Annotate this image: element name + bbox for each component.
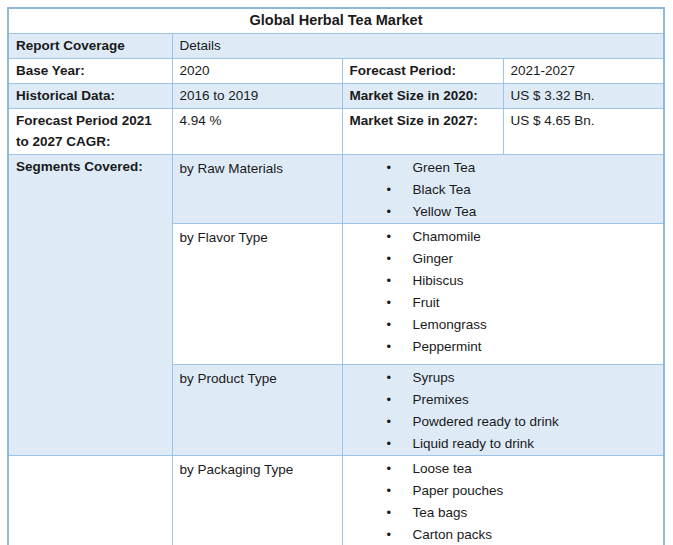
cagr-label: Forecast Period 2021 to 2027 CAGR: bbox=[8, 109, 172, 155]
bullet-icon: • bbox=[387, 480, 413, 502]
list-item-label: Green Tea bbox=[413, 157, 476, 179]
list-item: •Carton packs bbox=[343, 524, 664, 545]
list-item-label: Powdered ready to drink bbox=[413, 411, 559, 433]
empty-cell bbox=[8, 456, 172, 545]
bullet-icon: • bbox=[387, 458, 413, 480]
cagr-value: 4.94 % bbox=[172, 109, 342, 155]
historical-data-value: 2016 to 2019 bbox=[172, 84, 342, 109]
cagr-row: Forecast Period 2021 to 2027 CAGR: 4.94 … bbox=[8, 109, 664, 155]
list-item: •Fruit bbox=[343, 292, 664, 314]
list-item: •Green Tea bbox=[343, 157, 664, 179]
bullet-icon: • bbox=[387, 248, 413, 270]
segments-raw-materials-row: Segments Covered: by Raw Materials •Gree… bbox=[8, 155, 664, 224]
list-item-label: Loose tea bbox=[413, 458, 472, 480]
bullet-icon: • bbox=[387, 201, 413, 223]
list-item: •Tea bags bbox=[343, 502, 664, 524]
base-year-row: Base Year: 2020 Forecast Period: 2021-20… bbox=[8, 59, 664, 84]
base-year-label: Base Year: bbox=[8, 59, 172, 84]
list-item: •Ginger bbox=[343, 248, 664, 270]
list-item: •Liquid ready to drink bbox=[343, 433, 664, 455]
list-item-label: Chamomile bbox=[413, 226, 481, 248]
list-item: •Paper pouches bbox=[343, 480, 664, 502]
product-type-list: •Syrups •Premixes •Powdered ready to dri… bbox=[343, 367, 664, 455]
segment-group-product-type: by Product Type bbox=[172, 365, 342, 456]
segment-group-flavor-type: by Flavor Type bbox=[172, 224, 342, 365]
raw-materials-list: •Green Tea •Black Tea •Yellow Tea bbox=[343, 157, 664, 223]
bullet-icon: • bbox=[387, 433, 413, 455]
list-item-label: Yellow Tea bbox=[413, 201, 477, 223]
report-coverage-value: Details bbox=[172, 34, 664, 59]
list-item-label: Paper pouches bbox=[413, 480, 504, 502]
list-item: •Lemongrass bbox=[343, 314, 664, 336]
list-item-label: Premixes bbox=[413, 389, 469, 411]
list-item: •Chamomile bbox=[343, 226, 664, 248]
bullet-icon: • bbox=[387, 226, 413, 248]
bullet-icon: • bbox=[387, 314, 413, 336]
list-item: •Syrups bbox=[343, 367, 664, 389]
bullet-icon: • bbox=[387, 270, 413, 292]
list-item: •Yellow Tea bbox=[343, 201, 664, 223]
list-item-label: Syrups bbox=[413, 367, 455, 389]
title-row: Global Herbal Tea Market bbox=[8, 8, 664, 34]
list-item: •Hibiscus bbox=[343, 270, 664, 292]
report-coverage-label: Report Coverage bbox=[8, 34, 172, 59]
list-item: •Loose tea bbox=[343, 458, 664, 480]
historical-data-label: Historical Data: bbox=[8, 84, 172, 109]
bullet-icon: • bbox=[387, 502, 413, 524]
list-item-label: Lemongrass bbox=[413, 314, 487, 336]
bullet-icon: • bbox=[387, 411, 413, 433]
bullet-icon: • bbox=[387, 179, 413, 201]
bullet-icon: • bbox=[387, 292, 413, 314]
list-item-label: Tea bags bbox=[413, 502, 468, 524]
bullet-icon: • bbox=[387, 389, 413, 411]
list-item: •Powdered ready to drink bbox=[343, 411, 664, 433]
segments-packaging-type-row: by Packaging Type •Loose tea •Paper pouc… bbox=[8, 456, 664, 545]
packaging-type-items-cell: •Loose tea •Paper pouches •Tea bags •Car… bbox=[342, 456, 664, 545]
historical-data-row: Historical Data: 2016 to 2019 Market Siz… bbox=[8, 84, 664, 109]
packaging-type-list: •Loose tea •Paper pouches •Tea bags •Car… bbox=[343, 458, 664, 545]
market-size-2020-label: Market Size in 2020: bbox=[342, 84, 503, 109]
market-size-2027-value: US $ 4.65 Bn. bbox=[503, 109, 664, 155]
list-item-label: Fruit bbox=[413, 292, 440, 314]
page-title: Global Herbal Tea Market bbox=[8, 8, 664, 34]
base-year-value: 2020 bbox=[172, 59, 342, 84]
product-type-items-cell: •Syrups •Premixes •Powdered ready to dri… bbox=[342, 365, 664, 456]
list-item: •Peppermint bbox=[343, 336, 664, 358]
list-item: •Premixes bbox=[343, 389, 664, 411]
bullet-icon: • bbox=[387, 157, 413, 179]
list-item-label: Ginger bbox=[413, 248, 454, 270]
raw-materials-items-cell: •Green Tea •Black Tea •Yellow Tea bbox=[342, 155, 664, 224]
list-item-label: Carton packs bbox=[413, 524, 493, 545]
market-report-table: Global Herbal Tea Market Report Coverage… bbox=[7, 7, 665, 545]
bullet-icon: • bbox=[387, 367, 413, 389]
list-item-label: Black Tea bbox=[413, 179, 471, 201]
flavor-type-items-cell: •Chamomile •Ginger •Hibiscus •Fruit •Lem… bbox=[342, 224, 664, 365]
flavor-type-list: •Chamomile •Ginger •Hibiscus •Fruit •Lem… bbox=[343, 226, 664, 358]
list-item-label: Liquid ready to drink bbox=[413, 433, 535, 455]
forecast-period-value: 2021-2027 bbox=[503, 59, 664, 84]
segment-group-raw-materials: by Raw Materials bbox=[172, 155, 342, 224]
market-size-2027-label: Market Size in 2027: bbox=[342, 109, 503, 155]
market-size-2020-value: US $ 3.32 Bn. bbox=[503, 84, 664, 109]
list-item-label: Hibiscus bbox=[413, 270, 464, 292]
bullet-icon: • bbox=[387, 524, 413, 545]
list-item-label: Peppermint bbox=[413, 336, 482, 358]
list-item: •Black Tea bbox=[343, 179, 664, 201]
forecast-period-label: Forecast Period: bbox=[342, 59, 503, 84]
segment-group-packaging-type: by Packaging Type bbox=[172, 456, 342, 545]
report-coverage-row: Report Coverage Details bbox=[8, 34, 664, 59]
bullet-icon: • bbox=[387, 336, 413, 358]
segments-covered-label: Segments Covered: bbox=[8, 155, 172, 456]
